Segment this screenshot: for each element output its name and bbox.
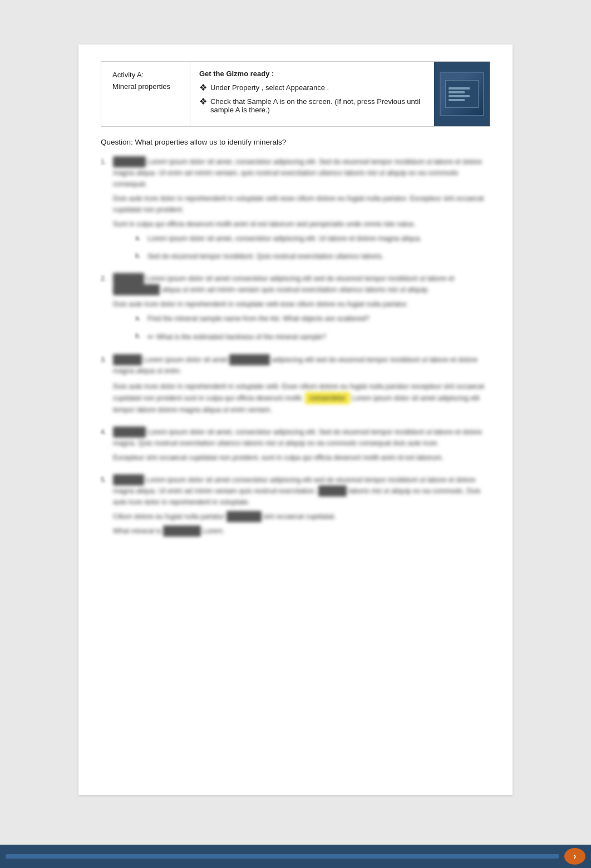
numbered-item-1: 1. Observe: Lorem ipsum dolor sit amet, …: [101, 156, 490, 265]
instruction-item-2: ❖ Check that Sample A is on the screen. …: [199, 97, 425, 114]
sub-letter-2b: b.: [135, 331, 143, 343]
sub-item-2a: a. Find the mineral sample name from the…: [135, 313, 490, 328]
sub-item-2b: b. ✏ What is the estimated hardness of t…: [135, 331, 490, 346]
blurred-text-2a: Analyze: Lorem ipsum dolor sit amet cons…: [113, 273, 490, 295]
blurred-text-1c: Sunt in culpa qui officia deserunt molli…: [113, 219, 490, 230]
numbered-item-2: 2. Analyze: Lorem ipsum dolor sit amet c…: [101, 273, 490, 346]
sub-item-1b: b. Sed do eiusmod tempor incididunt. Qui…: [135, 251, 490, 265]
sub-letter-a: a.: [135, 233, 143, 244]
numbered-item-4: 4. Observe: Lorem ipsum dolor sit amet, …: [101, 426, 490, 467]
pencil-icon: ✏: [147, 331, 154, 343]
blurred-text-4b: Excepteur sint occaecat cupidatat non pr…: [113, 452, 490, 463]
bottom-bar-progress: [6, 854, 559, 859]
instruction-center: Get the Gizmo ready : ❖ Under Property ,…: [190, 62, 434, 126]
blurred-word-observe: Observe:: [113, 158, 146, 166]
instruction-text-2: Check that Sample A is on the screen. (I…: [210, 97, 425, 114]
gizmo-line-4: [449, 99, 465, 101]
item-number-3: 3.: [101, 354, 109, 415]
sub-text-2b: ✏ What is the estimated hardness of the …: [147, 331, 326, 343]
numbered-item-3: 3. Record: Lorem ipsum dolor sit amet co…: [101, 354, 490, 419]
blurred-text-5b: Cillum dolore eu fugiat nulla pariatur e…: [113, 511, 490, 522]
item-number-1: 1.: [101, 156, 109, 262]
blurred-text-5c: What mineral is Sample A? Lorem.: [113, 525, 490, 537]
main-page: Activity A: Mineral properties Get the G…: [78, 44, 513, 795]
sub-letter-b: b.: [135, 251, 143, 262]
blurred-text-2b: Duis aute irure dolor in reprehenderit i…: [113, 299, 490, 310]
blurred-text-4a: Observe: Lorem ipsum dolor sit amet, con…: [113, 426, 490, 449]
sub-text-1b: Sed do eiusmod tempor incididunt. Quis n…: [147, 251, 384, 262]
sub-letter-2a: a.: [135, 313, 143, 324]
activity-sublabel: Mineral properties: [112, 82, 179, 91]
instruction-list: ❖ Under Property , select Appearance . ❖…: [199, 83, 425, 114]
activity-label: Activity A:: [112, 71, 179, 79]
sub-items-2: a. Find the mineral sample name from the…: [126, 313, 490, 346]
blurred-text-1a: Observe: Lorem ipsum dolor sit amet, con…: [113, 156, 490, 190]
gizmo-preview-container: [434, 62, 490, 126]
instruction-text-1: Under Property , select Appearance .: [210, 83, 329, 92]
blurred-text-3b-wrapper: Duis aute irure dolor in reprehenderit i…: [113, 381, 490, 415]
item-number-5: 5.: [101, 474, 109, 537]
item-content-1: Observe: Lorem ipsum dolor sit amet, con…: [113, 156, 490, 265]
sub-text-1a: Lorem ipsum dolor sit amet, consectetur …: [147, 233, 422, 244]
next-button[interactable]: ›: [564, 848, 585, 865]
item-number-2: 2.: [101, 273, 109, 343]
sub-items-1: a. Lorem ipsum dolor sit amet, consectet…: [126, 233, 490, 265]
blurred-text-3a: Record: Lorem ipsum dolor sit amet conse…: [113, 354, 490, 376]
gizmo-title: Get the Gizmo ready :: [199, 70, 425, 78]
bullet-icon-2: ❖: [199, 96, 207, 107]
bottom-bar: ›: [0, 845, 591, 868]
sub-text-2a: Find the mineral sample name from the li…: [147, 313, 370, 324]
gizmo-preview-inner: [445, 80, 479, 108]
highlight-yellow: consectetur: [305, 392, 350, 404]
item-content-3: Record: Lorem ipsum dolor sit amet conse…: [113, 354, 490, 419]
sub-item-1a: a. Lorem ipsum dolor sit amet, consectet…: [135, 233, 490, 247]
gizmo-line-2: [449, 91, 465, 93]
gizmo-preview: [440, 72, 484, 116]
blurred-text-5a: Analyze: Lorem ipsum dolor sit amet cons…: [113, 474, 490, 508]
item-content-4: Observe: Lorem ipsum dolor sit amet, con…: [113, 426, 490, 467]
instruction-item-1: ❖ Under Property , select Appearance .: [199, 83, 425, 93]
question-text: Question: What properties allow us to id…: [101, 138, 490, 146]
bullet-icon-1: ❖: [199, 82, 207, 93]
item-content-5: Analyze: Lorem ipsum dolor sit amet cons…: [113, 474, 490, 540]
gizmo-line-1: [449, 87, 470, 90]
instruction-left: Activity A: Mineral properties: [101, 62, 190, 126]
gizmo-line-3: [449, 95, 470, 97]
item-content-2: Analyze: Lorem ipsum dolor sit amet cons…: [113, 273, 490, 346]
blurred-section-1: 1. Observe: Lorem ipsum dolor sit amet, …: [101, 156, 490, 540]
item-number-4: 4.: [101, 426, 109, 463]
next-icon: ›: [573, 851, 576, 861]
blurred-text-1b: Duis aute irure dolor in reprehenderit i…: [113, 193, 490, 215]
instruction-box: Activity A: Mineral properties Get the G…: [101, 61, 490, 127]
numbered-item-5: 5. Analyze: Lorem ipsum dolor sit amet c…: [101, 474, 490, 540]
blurred-text-3b: Duis aute irure dolor in reprehenderit i…: [113, 381, 490, 415]
